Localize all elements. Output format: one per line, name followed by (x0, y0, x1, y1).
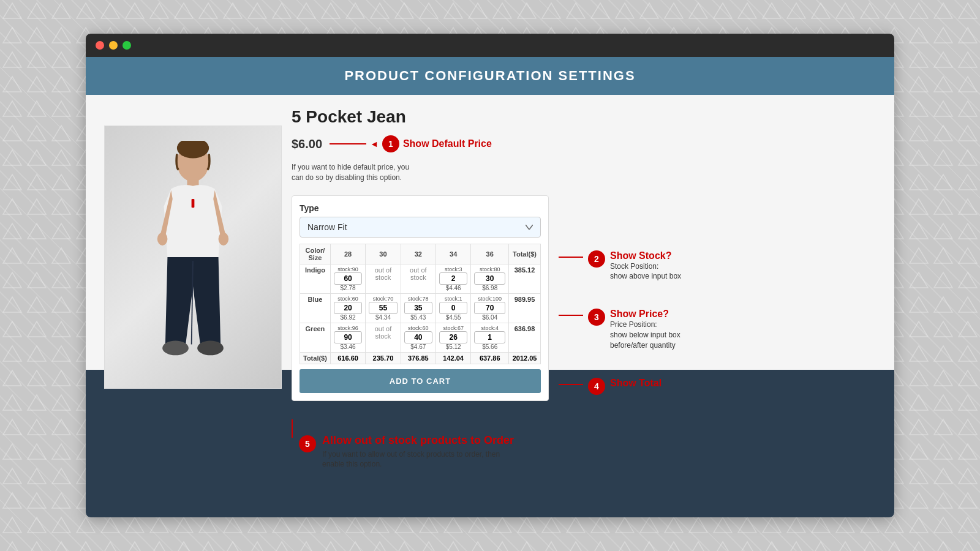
product-grid-table: Color/Size 28 30 32 34 36 Total($) (300, 244, 541, 364)
main-content: 5 Pocket Jean $6.00 ◄ 1 Show Default Pri… (86, 95, 894, 517)
cell-indigo-30: out ofstock (366, 264, 401, 293)
add-to-cart-button[interactable]: ADD TO CART (300, 369, 541, 393)
qty-indigo-34[interactable] (439, 272, 467, 285)
annotation-2-desc: Stock Position: show above input box (610, 261, 681, 282)
browser-titlebar (86, 34, 894, 57)
annotation-5: 5 Allow out of stock products to Order I… (292, 417, 876, 470)
arrow-5-vertical (292, 419, 293, 438)
product-name: 5 Pocket Jean (292, 107, 876, 127)
annotation-5-desc: If you want to allow out of stock produc… (322, 449, 518, 470)
col-30: 30 (366, 244, 401, 264)
svg-point-4 (219, 233, 229, 246)
totals-row: Total($) 616.60 235.70 376.85 142.04 637… (300, 352, 541, 364)
annotation-3-desc: Price Position: show below input box bef… (610, 320, 680, 350)
qty-blue-36[interactable] (474, 302, 505, 314)
cell-indigo-34: stock:3 $4.46 (435, 264, 470, 293)
col-total: Total($) (509, 244, 541, 264)
color-indigo: Indigo (300, 264, 331, 293)
traffic-light-yellow[interactable] (109, 41, 118, 50)
annotation-3-label: Show Price? (610, 309, 669, 319)
page-body: 5 Pocket Jean $6.00 ◄ 1 Show Default Pri… (86, 95, 894, 517)
cell-indigo-32: out ofstock (401, 264, 435, 293)
table-row: Green stock:96 $3.46 out ofstock (300, 323, 541, 352)
cell-green-30: out ofstock (366, 323, 401, 352)
page-title: PRODUCT CONFIGURATION SETTINGS (97, 68, 883, 84)
annotation-5-content: Allow out of stock products to Order If … (322, 434, 518, 470)
traffic-light-red[interactable] (96, 41, 104, 50)
total-col-30: 235.70 (366, 352, 401, 364)
badge-1: 1 (382, 135, 399, 152)
arrow-head-1: ◄ (370, 139, 379, 149)
badge-2: 2 (588, 250, 605, 268)
annotation-4: 4 Show Total (559, 378, 681, 395)
qty-blue-28[interactable] (334, 302, 362, 314)
cell-green-36: stock:4 $5.66 (471, 323, 509, 352)
col-36: 36 (471, 244, 509, 264)
col-color-size: Color/Size (300, 244, 331, 264)
annotation-2-content: Show Stock? Stock Position: show above i… (610, 250, 681, 282)
table-annotations-row: Type Narrow Fit Color/Size 28 30 (292, 195, 876, 401)
totals-label: Total($) (300, 352, 331, 364)
person-illustration (138, 141, 248, 373)
svg-point-7 (197, 341, 224, 356)
cell-blue-36: stock:100 $6.04 (471, 293, 509, 323)
total-col-28: 616.60 (330, 352, 365, 364)
total-indigo: 385.12 (509, 264, 541, 293)
col-34: 34 (435, 244, 470, 264)
cell-blue-28: stock:60 $6.92 (330, 293, 365, 323)
qty-green-36[interactable] (474, 331, 505, 343)
badge-4: 4 (588, 378, 605, 395)
annotation-5-label: Allow out of stock products to Order (322, 434, 514, 446)
qty-indigo-36[interactable] (474, 272, 505, 285)
total-blue: 989.95 (509, 293, 541, 323)
qty-blue-30[interactable] (369, 302, 397, 314)
cell-blue-32: stock:78 $5.43 (401, 293, 435, 323)
product-table: Type Narrow Fit Color/Size 28 30 (292, 195, 549, 401)
qty-blue-32[interactable] (404, 302, 432, 314)
arrow-3 (559, 315, 583, 316)
table-row: Indigo stock:90 $2.78 out ofstock out of… (300, 264, 541, 293)
cell-indigo-28: stock:90 $2.78 (330, 264, 365, 293)
cell-green-28: stock:96 $3.46 (330, 323, 365, 352)
traffic-light-green[interactable] (123, 41, 131, 50)
cell-green-32: stock:60 $4.67 (401, 323, 435, 352)
price-annotation-row: $6.00 ◄ 1 Show Default Price (292, 135, 876, 152)
total-col-34: 142.04 (435, 352, 470, 364)
product-config: 5 Pocket Jean $6.00 ◄ 1 Show Default Pri… (292, 107, 876, 511)
total-col-36: 637.86 (471, 352, 509, 364)
table-inner: Type Narrow Fit Color/Size 28 30 (292, 196, 548, 400)
product-image (105, 126, 281, 388)
color-green: Green (300, 323, 331, 352)
col-28: 28 (330, 244, 365, 264)
cell-indigo-36: stock:80 $6.98 (471, 264, 509, 293)
annotation-1-row: ◄ 1 Show Default Price (330, 135, 492, 152)
cell-blue-30: stock:70 $4.34 (366, 293, 401, 323)
qty-green-34[interactable] (439, 331, 467, 343)
annotation-4-label: Show Total (610, 378, 662, 389)
qty-indigo-28[interactable] (334, 272, 362, 285)
total-grand: 2012.05 (509, 352, 541, 364)
svg-rect-2 (192, 199, 195, 208)
annotation-2-label: Show Stock? (610, 250, 671, 261)
total-col-32: 376.85 (401, 352, 435, 364)
browser-window: PRODUCT CONFIGURATION SETTINGS (86, 34, 894, 517)
qty-green-28[interactable] (334, 331, 362, 343)
qty-blue-34[interactable] (439, 302, 467, 314)
arrow-4 (559, 384, 583, 385)
right-annotations: 2 Show Stock? Stock Position: show above… (559, 195, 681, 395)
table-row: Blue stock:60 $6.92 stock:70 (300, 293, 541, 323)
default-price: $6.00 (292, 137, 322, 151)
svg-point-6 (162, 341, 189, 356)
arrow-2 (559, 257, 583, 258)
cell-green-34: stock:67 $5.12 (435, 323, 470, 352)
annotation-1-label: Show Default Price (403, 138, 492, 149)
qty-green-32[interactable] (404, 331, 432, 343)
badge-5: 5 (299, 435, 316, 452)
page-header: PRODUCT CONFIGURATION SETTINGS (86, 57, 894, 95)
type-select[interactable]: Narrow Fit (300, 217, 541, 238)
arrow-line-1 (330, 143, 366, 144)
badge-3: 3 (588, 309, 605, 326)
product-image-container (104, 126, 282, 389)
annotation-3: 3 Show Price? Price Position: show below… (559, 309, 681, 350)
col-32: 32 (401, 244, 435, 264)
